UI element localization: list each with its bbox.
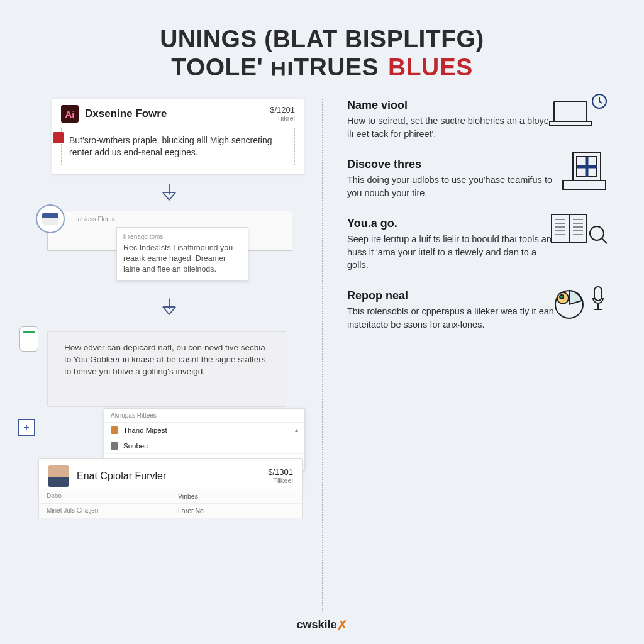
list-item[interactable]: Thand Mipest▴ xyxy=(104,423,304,438)
book-search-icon xyxy=(549,211,609,251)
meta-key: Dobo xyxy=(39,489,170,503)
svg-rect-0 xyxy=(554,101,587,121)
chip-icon xyxy=(19,326,38,352)
card-app-body-text: But'sro-wnthers praple, blucking alll Mi… xyxy=(69,135,272,157)
card-app-title: Dxsenine Fowre xyxy=(85,108,264,120)
pie-mic-icon xyxy=(549,283,609,326)
headline-line-2b: BLUES xyxy=(388,53,473,80)
panel-tooltip-title: k renagg toms xyxy=(123,233,242,242)
card-app-body: But'sro-wnthers praple, blucking alll Mi… xyxy=(61,128,295,165)
profile-price: $/1301 Tlikeel xyxy=(268,468,293,484)
footer-brand: cwskile✗ xyxy=(35,611,609,631)
price-sub: Tiikrel xyxy=(270,114,295,122)
price-value: $/1301 xyxy=(268,468,293,477)
feature-block: Repop neal Tbis rolensdbls or cpperapus … xyxy=(347,289,609,331)
feature-body: This doing your udlobs to use you'hase t… xyxy=(347,174,555,199)
avatar xyxy=(48,465,69,487)
feature-block: You.a go. Seep ire lerıtup a luif ts lie… xyxy=(347,217,609,272)
svg-rect-5 xyxy=(563,180,606,189)
headline-line-1: UNINGS (BLAT BISPLITFG) xyxy=(35,25,609,53)
feature-block: Discove thres This doing your udlobs to … xyxy=(347,158,609,199)
meta-key: Minet Juls Cnatjen xyxy=(39,503,170,518)
price-sub: Tlikeel xyxy=(268,477,293,484)
feature-block: Name viool How to seiretd, set the suctr… xyxy=(347,99,609,140)
feature-body: How to seiretd, set the suctre bioherics… xyxy=(347,114,555,140)
list-item-label: Soubec xyxy=(123,442,148,450)
card-panel: Inbiass Floms k renagg toms Rec·Indealst… xyxy=(47,211,303,251)
svg-point-10 xyxy=(560,295,564,299)
mini-badge-icon xyxy=(53,132,64,143)
card-app-price: $/1201 Tiikrel xyxy=(270,106,295,122)
panel-tooltip: k renagg toms Rec·Indealsts Lisaffirnoun… xyxy=(116,227,248,280)
laptop-clock-icon xyxy=(549,92,609,131)
feature-body: Tbis rolensdbls or cpperapus a lileker w… xyxy=(347,305,555,331)
left-column: Ai Dxsenine Fowre $/1201 Tiikrel But'sro… xyxy=(35,99,322,611)
panel-thumb-icon xyxy=(36,204,65,233)
meta-grid: Dobo Vinbes Minet Juls Cnatjen Larer Ng xyxy=(38,489,303,518)
card-stack-main: How odver can depicard nafl, ou con novd… xyxy=(47,331,286,407)
plus-icon: + xyxy=(18,419,35,436)
meta-value: Larer Ng xyxy=(170,503,302,518)
headline-line-2a: TOOLE' ʜıTRUES xyxy=(171,53,379,80)
card-stack: How odver can depicard nafl, ou con novd… xyxy=(35,325,303,520)
app-icon: Ai xyxy=(61,105,79,123)
list-item-label: Thand Mipest xyxy=(123,426,167,434)
arrow-down-icon xyxy=(35,296,303,318)
price-value: $/1201 xyxy=(270,106,295,114)
headline: UNINGS (BLAT BISPLITFG) TOOLE' ʜıTRUES B… xyxy=(35,25,609,81)
meta-value: Vinbes xyxy=(170,489,302,503)
list-item[interactable]: Soubec xyxy=(104,438,304,454)
panel-label: Inbiass Floms xyxy=(76,216,115,223)
feature-body: Seep ire lerıtup a luif ts lielir to boo… xyxy=(347,233,555,272)
dropdown-header: Aknopas Rittees xyxy=(104,409,304,423)
right-column: Name viool How to seiretd, set the suctr… xyxy=(323,99,609,611)
panel-tooltip-body: Rec·Indealsts Lisaffirnound you reaaık e… xyxy=(123,243,242,275)
brand-x-icon: ✗ xyxy=(337,618,348,633)
brand-text: cwskile xyxy=(296,618,336,631)
chevron-up-icon: ▴ xyxy=(295,426,298,433)
svg-rect-1 xyxy=(549,121,592,125)
arrow-down-icon xyxy=(35,182,303,203)
window-grid-icon xyxy=(559,152,609,196)
card-app: Ai Dxsenine Fowre $/1201 Tiikrel But'sro… xyxy=(52,99,304,174)
svg-point-7 xyxy=(590,226,604,240)
profile-name: Enat Cpiolar Furvler xyxy=(77,470,260,482)
